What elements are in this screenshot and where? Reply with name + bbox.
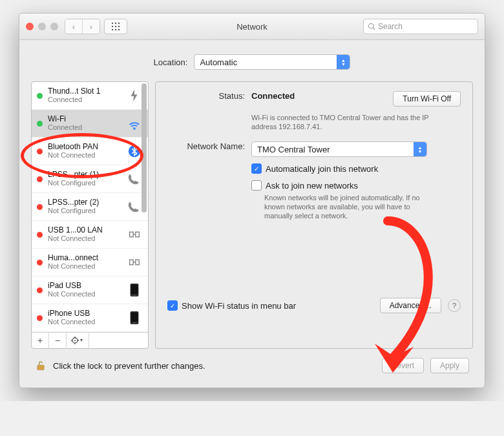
status-dot-icon xyxy=(37,260,43,265)
add-interface-button[interactable]: + xyxy=(32,333,49,348)
svg-rect-8 xyxy=(118,29,120,30)
checkmark-icon: ✓ xyxy=(167,300,178,311)
sidebar-item-lpss-pter-1-[interactable]: LPSS...pter (1)Not Configured xyxy=(32,165,148,193)
sidebar-item-huma-onnect[interactable]: Huma...onnectNot Connected xyxy=(32,249,148,276)
search-placeholder: Search xyxy=(378,22,403,31)
remove-interface-button[interactable]: − xyxy=(49,333,67,348)
sidebar-item-ipad-usb[interactable]: iPad USBNot Connected xyxy=(32,276,148,304)
help-button[interactable]: ? xyxy=(448,299,461,312)
location-select[interactable]: Automatic ▲▼ xyxy=(194,54,350,70)
ask-join-checkbox[interactable]: Ask to join new networks xyxy=(251,180,461,191)
network-name-select[interactable]: TMO Central Tower ▲▼ xyxy=(251,141,427,157)
svg-rect-7 xyxy=(115,29,116,30)
status-dot-icon xyxy=(37,121,43,127)
network-name-label: Network Name: xyxy=(167,141,251,151)
sidebar-item-iphone-usb[interactable]: iPhone USBNot Connected xyxy=(32,304,148,332)
forward-button[interactable]: › xyxy=(82,19,100,34)
advanced-button[interactable]: Advanced… xyxy=(380,298,441,313)
status-dot-icon xyxy=(37,287,43,293)
show-status-checkbox[interactable]: ✓Show Wi-Fi status in menu bar xyxy=(167,300,296,311)
svg-rect-4 xyxy=(115,26,116,27)
status-dot-icon xyxy=(37,149,43,154)
back-button[interactable]: ‹ xyxy=(65,19,82,34)
status-value: Connected xyxy=(251,91,295,101)
interface-list[interactable]: Thund...t Slot 1ConnectedWi-FiConnectedB… xyxy=(32,82,148,332)
interface-name: iPad USB xyxy=(48,282,121,290)
interface-name: iPhone USB xyxy=(48,309,121,318)
checkbox-empty-icon xyxy=(251,180,262,191)
svg-rect-1 xyxy=(115,23,116,24)
chevron-updown-icon: ▲▼ xyxy=(337,55,350,69)
svg-rect-2 xyxy=(118,23,120,24)
ask-join-description: Known networks will be joined automatica… xyxy=(264,193,439,220)
svg-rect-13 xyxy=(131,285,138,295)
gear-icon xyxy=(71,337,84,344)
interface-name: USB 1...00 LAN xyxy=(48,226,121,234)
interface-status: Connected xyxy=(48,96,121,104)
svg-point-14 xyxy=(134,295,135,296)
close-window-button[interactable] xyxy=(26,23,34,30)
status-dot-icon xyxy=(37,176,43,182)
interface-status: Not Connected xyxy=(48,290,121,298)
status-dot-icon xyxy=(37,315,43,321)
interface-status: Not Configured xyxy=(48,207,121,215)
checkmark-icon: ✓ xyxy=(251,163,262,174)
interface-name: Thund...t Slot 1 xyxy=(48,87,121,96)
scrollbar[interactable] xyxy=(141,83,147,331)
interface-name: LPSS...pter (1) xyxy=(48,171,121,179)
svg-point-9 xyxy=(369,24,374,29)
interface-status: Not Configured xyxy=(48,179,121,187)
turn-wifi-off-button[interactable]: Turn Wi-Fi Off xyxy=(393,91,461,107)
sidebar-item-wi-fi[interactable]: Wi-FiConnected xyxy=(32,110,148,138)
interface-status: Not Connected xyxy=(48,151,121,160)
sidebar-item-lpss-pter-2-[interactable]: LPSS...pter (2)Not Configured xyxy=(32,193,148,221)
status-dot-icon xyxy=(37,93,43,99)
svg-rect-5 xyxy=(118,26,120,27)
svg-line-10 xyxy=(373,28,375,30)
svg-point-17 xyxy=(134,322,135,324)
status-description: Wi-Fi is connected to TMO Central Tower … xyxy=(251,113,445,131)
sidebar-item-thund-t-slot-1[interactable]: Thund...t Slot 1Connected xyxy=(32,82,148,110)
chevron-updown-icon: ▲▼ xyxy=(414,142,426,156)
svg-rect-16 xyxy=(131,313,138,322)
search-icon xyxy=(368,23,375,30)
lock-text: Click the lock to prevent further change… xyxy=(53,361,205,371)
interface-status: Not Connected xyxy=(48,262,121,271)
lock-open-icon[interactable] xyxy=(35,360,47,371)
sidebar-item-bluetooth-pan[interactable]: Bluetooth PANNot Connected xyxy=(32,138,148,165)
status-dot-icon xyxy=(37,232,43,238)
network-name-value: TMO Central Tower xyxy=(257,145,330,154)
interface-name: Wi-Fi xyxy=(48,115,121,123)
location-label: Location: xyxy=(154,57,188,67)
sidebar-item-usb-1-00-lan[interactable]: USB 1...00 LANNot Connected xyxy=(32,221,148,249)
apply-button[interactable]: Apply xyxy=(430,358,469,373)
status-dot-icon xyxy=(37,204,43,210)
interface-name: Huma...onnect xyxy=(48,254,121,262)
minimize-window-button[interactable] xyxy=(38,23,46,30)
revert-button[interactable]: Revert xyxy=(382,358,424,373)
show-all-button[interactable] xyxy=(104,19,127,34)
interface-name: LPSS...pter (2) xyxy=(48,198,121,207)
status-label: Status: xyxy=(167,91,251,101)
interface-status: Not Connected xyxy=(48,318,121,326)
svg-point-19 xyxy=(74,340,76,341)
location-value: Automatic xyxy=(200,57,237,67)
zoom-window-button[interactable] xyxy=(50,23,58,30)
interface-status: Not Connected xyxy=(48,234,121,243)
svg-rect-3 xyxy=(112,26,113,27)
svg-rect-6 xyxy=(112,29,113,30)
svg-rect-0 xyxy=(112,23,113,24)
search-input[interactable]: Search xyxy=(363,19,478,34)
action-menu-button[interactable] xyxy=(67,333,89,348)
interface-name: Bluetooth PAN xyxy=(48,143,121,151)
auto-join-checkbox[interactable]: ✓Automatically join this network xyxy=(251,163,461,174)
interface-status: Connected xyxy=(48,123,121,132)
